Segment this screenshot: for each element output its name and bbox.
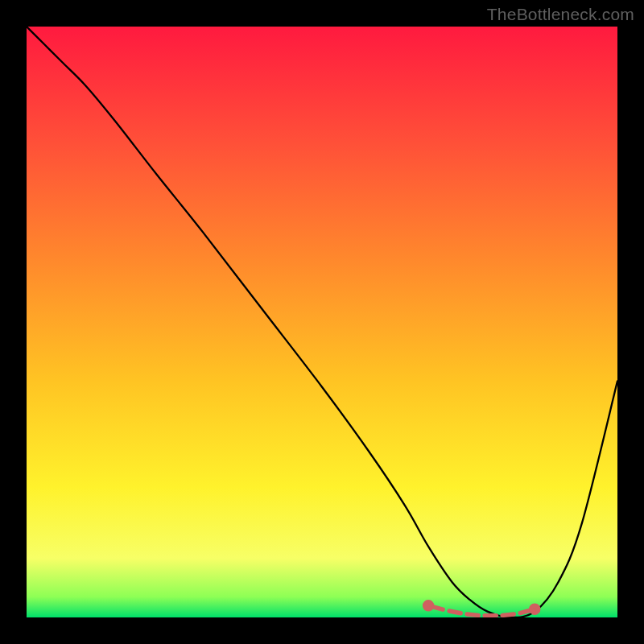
svg-point-7 bbox=[531, 605, 539, 613]
chart-frame: TheBottleneck.com bbox=[0, 0, 644, 644]
svg-line-2 bbox=[467, 614, 478, 615]
gradient-background bbox=[27, 27, 617, 617]
svg-point-6 bbox=[425, 602, 432, 609]
svg-line-4 bbox=[502, 614, 514, 615]
plot-area bbox=[27, 27, 617, 617]
chart-svg bbox=[27, 27, 617, 617]
svg-line-1 bbox=[449, 611, 460, 613]
watermark-text: TheBottleneck.com bbox=[487, 5, 634, 24]
